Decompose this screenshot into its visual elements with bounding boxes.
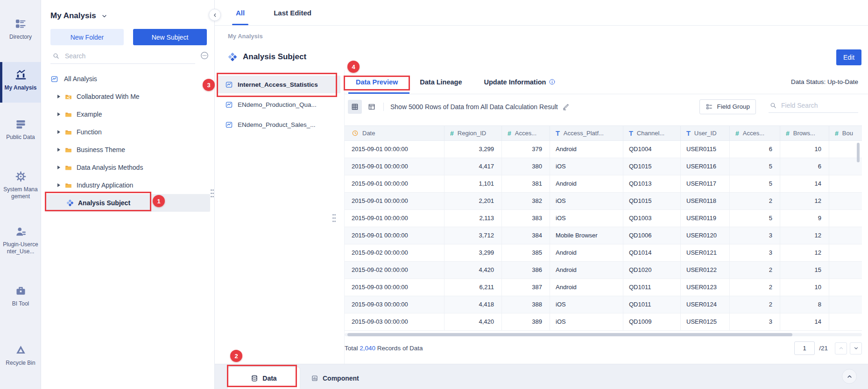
tree-item-all-analysis[interactable]: All Analysis: [41, 70, 212, 88]
sidebar-item-my-analysis[interactable]: My Analysis: [0, 62, 41, 103]
table-row[interactable]: 2015-09-01 00:00:003,712384Mobile Browse…: [345, 227, 862, 244]
caret-right-icon[interactable]: [57, 183, 60, 187]
folder-shared-icon: [64, 93, 72, 101]
table-cell: 2,201: [445, 193, 502, 209]
column-header-user-id[interactable]: TUser_ID: [681, 126, 730, 140]
tab-all[interactable]: All: [236, 0, 245, 25]
vertical-scrollbar[interactable]: [857, 143, 860, 162]
toolbar-divider: [383, 103, 384, 111]
edit-button[interactable]: Edit: [836, 49, 861, 65]
hash-icon: #: [450, 130, 454, 137]
sidebar-item-public-data[interactable]: Public Data: [0, 114, 41, 141]
table-cell: 4,420: [445, 313, 502, 330]
table-row[interactable]: 2015-09-03 00:00:006,211387AndroidQD1011…: [345, 279, 862, 296]
annotation-box-data-tab: [227, 365, 297, 387]
table-cell: USER0116: [681, 158, 730, 175]
more-options-icon[interactable]: [200, 51, 209, 60]
toolbar-right: Field Group: [699, 99, 868, 114]
tab-update-information[interactable]: Update Information: [484, 70, 556, 94]
table-cell: USER0123: [681, 279, 730, 296]
caret-right-icon[interactable]: [57, 112, 60, 116]
field-group-button[interactable]: Field Group: [699, 99, 756, 114]
table-row[interactable]: 2015-09-01 00:00:002,201382iOSQD1015USER…: [345, 193, 862, 210]
table-cell: 384: [502, 227, 550, 244]
tree-folder-function[interactable]: Function: [41, 123, 212, 141]
page-number-input[interactable]: [794, 341, 815, 355]
column-header-date[interactable]: Date: [345, 126, 445, 140]
table-cell: USER0115: [681, 141, 730, 158]
column-header-bou[interactable]: #Bou: [829, 126, 862, 140]
tree-folder-example[interactable]: Example: [41, 105, 212, 123]
list-resize-handle[interactable]: [332, 214, 339, 224]
tree-folder-business-theme[interactable]: Business Theme: [41, 141, 212, 159]
collapse-panel-button[interactable]: [209, 9, 221, 21]
tab-last-edited[interactable]: Last Edited: [274, 0, 311, 25]
table-row[interactable]: 2015-09-01 00:00:003,299379AndroidQD1004…: [345, 141, 862, 158]
column-header-region-id[interactable]: #Region_ID: [445, 126, 502, 140]
caret-right-icon[interactable]: [57, 166, 60, 169]
caret-right-icon[interactable]: [57, 95, 60, 98]
collapse-dock-button[interactable]: [842, 369, 857, 384]
new-subject-button[interactable]: New Subject: [133, 29, 207, 45]
dock-tab-component[interactable]: Component: [306, 367, 364, 389]
page-up-button[interactable]: [835, 342, 847, 354]
table-row[interactable]: 2015-09-02 00:00:003,299385AndroidQD1014…: [345, 244, 862, 262]
annotation-badge-3: 3: [203, 79, 215, 91]
column-header-channel[interactable]: TChannel...: [623, 126, 681, 140]
tree-search-input[interactable]: [65, 52, 177, 60]
field-group-icon: [706, 103, 713, 111]
content-row: Internet_Access_StatisticsENdemo_Product…: [215, 70, 868, 364]
sidebar-item-plugin-usercenter-use[interactable]: Plugin-Usercenter_Use...: [0, 222, 41, 255]
sidebar-item-bi-tool[interactable]: BI Tool: [0, 281, 41, 307]
table-cell: 3: [730, 227, 780, 244]
caret-right-icon[interactable]: [57, 148, 60, 152]
column-header-acces[interactable]: #Acces...: [502, 126, 550, 140]
table-cell: 381: [502, 175, 550, 192]
hash-icon: #: [735, 130, 739, 137]
table-cell: 387: [502, 279, 550, 296]
table-row[interactable]: 2015-09-01 00:00:002,113383iOSQD1003USER…: [345, 210, 862, 227]
page-down-button[interactable]: [850, 342, 862, 354]
table-row[interactable]: 2015-09-01 00:00:001,101381AndroidQD1013…: [345, 175, 862, 193]
table-cell: [829, 227, 862, 244]
table-cell: USER0122: [681, 262, 730, 278]
column-header-acces[interactable]: #Acces...: [730, 126, 780, 140]
column-view-icon: [367, 103, 376, 111]
table-cell: USER0119: [681, 210, 730, 227]
panel-resize-handle[interactable]: [211, 189, 217, 199]
table-header-row: Date#Region_ID#Acces...TAccess_Platf...T…: [345, 125, 862, 141]
table-row[interactable]: 2015-09-01 00:00:004,417380iOSQD1015USER…: [345, 158, 862, 175]
list-item-endemo-product-sales[interactable]: ENdemo_Product_Sales_...: [218, 116, 340, 133]
field-search-input[interactable]: [781, 102, 851, 109]
caret-right-icon[interactable]: [57, 130, 60, 134]
table-cell: 2,113: [445, 210, 502, 227]
total-label: Total: [345, 345, 358, 352]
sidebar-item-recycle-bin[interactable]: Recycle Bin: [0, 340, 41, 367]
horizontal-scrollbar-thumb[interactable]: [347, 333, 792, 336]
tree-folder-collaborated-with-me[interactable]: Collaborated With Me: [41, 88, 212, 105]
sidebar-item-label: Plugin-Usercenter_Use...: [2, 241, 39, 255]
tab-data-lineage[interactable]: Data Lineage: [420, 70, 462, 94]
sidebar-item-label: Public Data: [2, 134, 39, 141]
table-row[interactable]: 2015-09-03 00:00:004,418388iOSQD1011USER…: [345, 296, 862, 313]
column-header-brows[interactable]: #Brows...: [780, 126, 829, 140]
folder-icon: [64, 146, 72, 154]
table-cell: 14: [780, 175, 829, 192]
table-cell: 9: [780, 210, 829, 227]
grid-view-button[interactable]: [348, 100, 362, 114]
sidebar-item-directory[interactable]: Directory: [0, 14, 41, 41]
table-row[interactable]: 2015-09-03 00:00:004,420389iOSQD1009USER…: [345, 313, 862, 331]
edit-pencil-icon[interactable]: [562, 103, 570, 111]
column-view-button[interactable]: [365, 100, 379, 114]
workspace-switcher[interactable]: My Analysis: [50, 11, 108, 21]
table-cell: 2015-09-02 00:00:00: [345, 244, 445, 261]
sidebar-item-system-management[interactable]: System Management: [0, 167, 41, 200]
list-item-endemo-production-qua[interactable]: ENdemo_Production_Qua...: [218, 96, 340, 113]
column-header-access-platf[interactable]: TAccess_Platf...: [550, 126, 623, 140]
new-folder-button[interactable]: New Folder: [50, 29, 124, 45]
table-row[interactable]: 2015-09-02 00:00:004,420386AndroidQD1020…: [345, 262, 862, 279]
table-cell: 389: [502, 313, 550, 330]
sidebar-item-label: System Management: [2, 186, 39, 200]
breadcrumb[interactable]: My Analysis: [228, 33, 263, 40]
tree-folder-data-analysis-methods[interactable]: Data Analysis Methods: [41, 159, 212, 176]
